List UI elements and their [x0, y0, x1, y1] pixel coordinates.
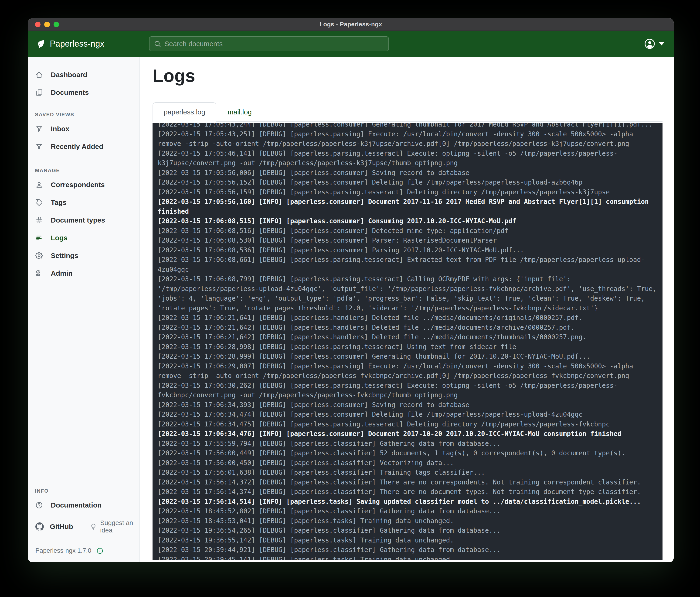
- tab-mail-log[interactable]: mail.log: [216, 102, 263, 122]
- sidebar-item-document-types[interactable]: Document types: [28, 211, 139, 229]
- log-entry: [2022-03-15 17:56:00,450] [DEBUG] [paper…: [158, 458, 657, 468]
- log-entry: [2022-03-15 17:06:08,516] [DEBUG] [paper…: [158, 226, 657, 236]
- sidebar-item-label: Logs: [51, 234, 68, 241]
- app-name: Paperless-ngx: [50, 39, 104, 49]
- documents-icon: [35, 89, 43, 96]
- version-row: Paperless-ngx 1.7.0: [28, 539, 139, 554]
- log-entry: [2022-03-15 17:06:28,998] [DEBUG] [paper…: [158, 342, 657, 352]
- sidebar-item-label: Recently Added: [51, 143, 103, 150]
- sidebar-item-tags[interactable]: Tags: [28, 194, 139, 211]
- log-entry: [2022-03-15 17:56:14,372] [DEBUG] [paper…: [158, 477, 657, 487]
- window-title: Logs - Paperless-ngx: [28, 21, 674, 28]
- log-entry: [2022-03-15 17:06:08,536] [DEBUG] [paper…: [158, 245, 657, 255]
- app-window: Logs - Paperless-ngx Paperless-ngx: [28, 18, 674, 562]
- sidebar-item-label: Correspondents: [51, 181, 105, 188]
- log-entry: [2022-03-15 17:06:34,476] [INFO] [paperl…: [158, 429, 657, 439]
- sidebar-item-admin[interactable]: Admin: [28, 264, 139, 282]
- sidebar: Dashboard Documents SAVED VIEWS: [28, 57, 140, 562]
- sidebar-item-label: Documents: [51, 89, 89, 96]
- log-entry: [2022-03-15 17:06:34,393] [DEBUG] [paper…: [158, 400, 657, 410]
- person-icon: [35, 181, 43, 189]
- search-icon: [154, 40, 161, 48]
- app-header: Paperless-ngx: [28, 31, 674, 57]
- sidebar-item-settings[interactable]: Settings: [28, 247, 139, 264]
- sidebar-item-label: Inbox: [51, 125, 69, 133]
- sidebar-item-dashboard[interactable]: Dashboard: [28, 66, 139, 83]
- chevron-down-icon: [659, 42, 665, 45]
- log-entry: [2022-03-15 17:05:56,006] [DEBUG] [paper…: [158, 168, 657, 178]
- user-menu[interactable]: [644, 31, 665, 57]
- info-circle-icon[interactable]: [96, 547, 103, 554]
- log-entry: [2022-03-15 19:36:54,265] [DEBUG] [paper…: [158, 526, 657, 535]
- log-entry: [2022-03-15 17:05:43,251] [DEBUG] [paper…: [158, 129, 657, 149]
- sidebar-item-logs[interactable]: Logs: [28, 229, 139, 247]
- sidebar-spacer: [28, 282, 139, 488]
- sidebar-heading-saved-views: SAVED VIEWS: [28, 112, 139, 120]
- tag-icon: [35, 199, 43, 206]
- log-entry: [2022-03-15 17:05:43,244] [DEBUG] [paper…: [158, 123, 657, 129]
- log-entry: [2022-03-15 17:05:46,141] [DEBUG] [paper…: [158, 149, 657, 168]
- sidebar-item-label: Suggest an idea: [100, 519, 137, 534]
- macos-titlebar: Logs - Paperless-ngx: [28, 18, 674, 31]
- sidebar-item-label: Tags: [51, 199, 67, 206]
- sidebar-item-label: Settings: [51, 252, 78, 259]
- home-icon: [35, 71, 43, 78]
- page-title: Logs: [152, 66, 668, 86]
- log-entry: [2022-03-15 18:45:52,802] [DEBUG] [paper…: [158, 506, 657, 516]
- log-entry: [2022-03-15 17:05:56,159] [DEBUG] [paper…: [158, 187, 657, 197]
- log-entry: [2022-03-15 17:06:08,661] [DEBUG] [paper…: [158, 255, 657, 274]
- log-entry: [2022-03-15 17:56:14,514] [INFO] [paperl…: [158, 497, 657, 507]
- user-avatar-icon: [644, 39, 655, 49]
- log-viewer[interactable]: [2022-03-15 17:05:43,244] [DEBUG] [paper…: [152, 123, 662, 560]
- tab-paperless-log[interactable]: paperless.log: [152, 102, 216, 122]
- main-content: Logs paperless.log mail.log [2022-03-15 …: [140, 57, 674, 562]
- app-version: Paperless-ngx 1.7.0: [35, 547, 91, 554]
- log-lines: [2022-03-15 17:05:43,244] [DEBUG] [paper…: [158, 123, 657, 560]
- log-entry: [2022-03-15 18:45:53,041] [DEBUG] [paper…: [158, 516, 657, 526]
- log-lines-icon: [35, 234, 43, 242]
- sidebar-item-documents[interactable]: Documents: [28, 83, 139, 101]
- log-entry: [2022-03-15 19:36:55,142] [DEBUG] [paper…: [158, 535, 657, 545]
- hash-icon: [35, 216, 43, 224]
- sidebar-heading-info: INFO: [28, 488, 139, 496]
- sidebar-heading-manage: MANAGE: [28, 168, 139, 176]
- log-entry: [2022-03-15 20:39:44,921] [DEBUG] [paper…: [158, 545, 657, 555]
- log-entry: [2022-03-15 17:56:14,374] [DEBUG] [paper…: [158, 487, 657, 497]
- sidebar-item-github[interactable]: GitHub: [35, 522, 73, 531]
- paperless-leaf-icon: [36, 39, 46, 49]
- help-circle-icon: [35, 501, 43, 509]
- log-entry: [2022-03-15 17:06:08,530] [DEBUG] [paper…: [158, 236, 657, 245]
- sidebar-item-label: Documentation: [51, 502, 102, 509]
- title-divider: [152, 91, 668, 91]
- log-entry: [2022-03-15 17:06:08,799] [DEBUG] [paper…: [158, 274, 657, 313]
- sidebar-item-label: Document types: [51, 217, 105, 224]
- app-logo[interactable]: Paperless-ngx: [36, 31, 104, 57]
- log-entry: [2022-03-15 17:06:29,007] [DEBUG] [paper…: [158, 361, 657, 381]
- log-entry: [2022-03-15 20:39:45,141] [DEBUG] [paper…: [158, 555, 657, 560]
- search-input[interactable]: [165, 40, 384, 48]
- sidebar-item-documentation[interactable]: Documentation: [28, 496, 139, 514]
- filter-funnel-icon: [35, 125, 43, 133]
- log-entry: [2022-03-15 17:06:21,642] [DEBUG] [paper…: [158, 332, 657, 342]
- lightbulb-icon: [90, 523, 97, 530]
- log-entry: [2022-03-15 17:06:34,474] [DEBUG] [paper…: [158, 410, 657, 420]
- log-entry: [2022-03-15 17:56:00,449] [DEBUG] [paper…: [158, 448, 657, 458]
- sidebar-item-label: GitHub: [50, 523, 73, 531]
- sidebar-item-recently-added[interactable]: Recently Added: [28, 138, 139, 156]
- log-file-tabs: paperless.log mail.log: [152, 102, 662, 122]
- sidebar-item-label: Admin: [51, 270, 72, 277]
- log-entry: [2022-03-15 17:06:30,262] [DEBUG] [paper…: [158, 381, 657, 400]
- log-entry: [2022-03-15 17:06:08,515] [INFO] [paperl…: [158, 216, 657, 226]
- search-box: [149, 37, 389, 51]
- sidebar-item-label: Dashboard: [51, 71, 87, 78]
- filter-funnel-icon: [35, 143, 43, 150]
- log-entry: [2022-03-15 17:55:59,794] [DEBUG] [paper…: [158, 439, 657, 449]
- sidebar-item-correspondents[interactable]: Correspondents: [28, 176, 139, 194]
- gear-icon: [35, 252, 43, 259]
- sidebar-item-suggest-idea[interactable]: Suggest an idea: [90, 519, 137, 534]
- log-entry: [2022-03-15 17:06:34,475] [DEBUG] [paper…: [158, 420, 657, 429]
- sidebar-item-inbox[interactable]: Inbox: [28, 120, 139, 138]
- log-entry: [2022-03-15 17:05:56,160] [INFO] [paperl…: [158, 197, 657, 216]
- sidebar-links-row: GitHub Suggest an idea: [28, 514, 139, 539]
- github-icon: [35, 522, 44, 531]
